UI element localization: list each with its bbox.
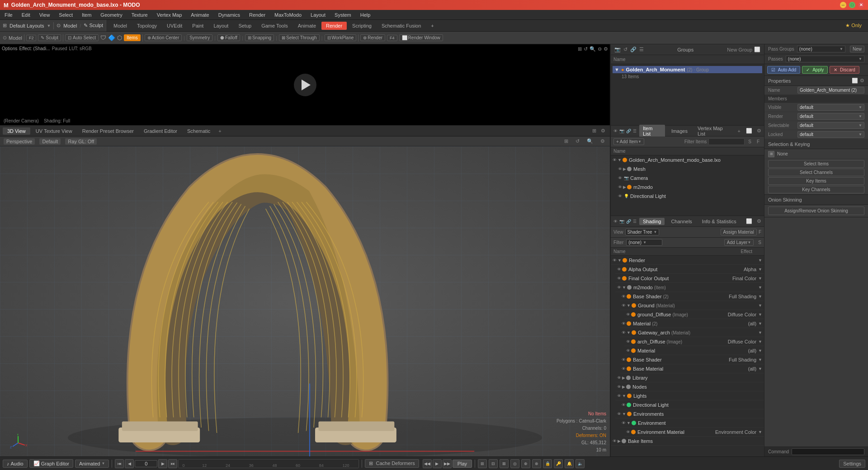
menu-help[interactable]: Help bbox=[359, 11, 373, 19]
extra-ctrl8[interactable]: 🔑 bbox=[554, 459, 563, 468]
workplane-btn[interactable]: ⊟ WorkPlane bbox=[325, 34, 357, 41]
library-expand-icon[interactable]: ▶ bbox=[622, 376, 625, 380]
tab-scripting[interactable]: Scripting bbox=[348, 22, 376, 30]
extra-ctrl3[interactable]: ⊠ bbox=[500, 459, 509, 468]
skip-start-btn[interactable]: ⏮ bbox=[115, 459, 124, 468]
tab-uv-texture-view[interactable]: UV Texture View bbox=[31, 127, 77, 135]
menu-dynamics[interactable]: Dynamics bbox=[217, 11, 242, 19]
list-item[interactable]: 👁 ▶ m2modo bbox=[616, 183, 764, 192]
tab-topology[interactable]: Topology bbox=[132, 22, 161, 30]
menu-layout[interactable]: Layout bbox=[309, 11, 327, 19]
assign-material-btn[interactable]: Assign Material bbox=[721, 229, 757, 235]
shader-item-alpha[interactable]: 👁 Alpha Output Alpha ▼ bbox=[615, 265, 764, 274]
lights-expand-icon[interactable]: ▼ bbox=[622, 394, 626, 398]
shader-item-nodes[interactable]: 👁 ▶ Nodes bbox=[615, 382, 764, 391]
key-channels-btn[interactable]: Key Channels bbox=[768, 186, 864, 193]
render-window-btn[interactable]: ⬜ Render Window bbox=[399, 34, 443, 41]
sk-checkbox[interactable]: ⊞ bbox=[768, 151, 774, 157]
tab-animate[interactable]: Animate bbox=[293, 22, 321, 30]
list-item[interactable]: 👁 ▼ Golden_Arch_Monument_modo_base.lxo bbox=[611, 155, 764, 164]
zoom-in-icon[interactable]: 🔍 bbox=[590, 46, 596, 52]
shader-item-environments[interactable]: 👁 ▼ Environments bbox=[615, 409, 764, 418]
shader-item-material3[interactable]: 👁 Material (all) ▼ bbox=[624, 346, 764, 355]
shader-item-base-shader[interactable]: 👁 Base Shader (2) Full Shading ▼ bbox=[620, 292, 764, 301]
shader-item-base-material[interactable]: 👁 Base Material (all) ▼ bbox=[620, 364, 764, 373]
zoom-out-icon[interactable]: ⊖ bbox=[598, 46, 602, 52]
tab-render[interactable]: Render bbox=[321, 22, 347, 30]
shader-item-dir-light[interactable]: 👁 Directional Light bbox=[620, 400, 764, 409]
expand-arrow-icon[interactable]: ▼ bbox=[618, 158, 622, 162]
list-item[interactable]: 👁 📷 Camera bbox=[616, 174, 764, 183]
tab-gradient-editor[interactable]: Gradient Editor bbox=[139, 127, 182, 135]
shader-expand-icon[interactable]: ▼ bbox=[618, 258, 622, 263]
render-dropdown[interactable]: default ▼ bbox=[797, 113, 864, 120]
snapping-btn[interactable]: ⊞ Snapping bbox=[245, 34, 274, 41]
select-items-btn[interactable]: Select Items bbox=[768, 160, 864, 168]
tab-images[interactable]: Images bbox=[668, 127, 691, 135]
tab-game-tools[interactable]: Game Tools bbox=[257, 22, 292, 30]
props-settings-icon[interactable]: ⚙ bbox=[860, 78, 864, 84]
frame-input[interactable] bbox=[135, 460, 157, 467]
menu-edit[interactable]: Edit bbox=[20, 11, 32, 19]
tab-channels[interactable]: Channels bbox=[667, 218, 695, 225]
refresh2-icon[interactable]: ↺ bbox=[623, 47, 627, 52]
tab-layout[interactable]: Layout bbox=[209, 22, 233, 30]
audio-btn[interactable]: ♪ Audio bbox=[3, 460, 28, 468]
items-btn[interactable]: Items bbox=[124, 34, 140, 41]
transport-play-btn[interactable]: ▶ bbox=[433, 459, 442, 468]
sculpt-btn[interactable]: ✎ Sculpt bbox=[84, 23, 103, 28]
menu-maxtomodo[interactable]: MaxToModo bbox=[273, 11, 303, 19]
add-item-btn[interactable]: + Add Item ▼ bbox=[613, 138, 644, 145]
groups-link-icon[interactable]: 🔗 bbox=[630, 47, 637, 52]
extra-ctrl10[interactable]: 🔈 bbox=[576, 459, 585, 468]
perspective-dropdown[interactable]: Perspective bbox=[4, 138, 35, 145]
tab-model[interactable]: Model bbox=[109, 22, 132, 30]
props-expand-icon[interactable]: ⬜ bbox=[852, 78, 858, 84]
tab-add[interactable]: + bbox=[426, 22, 438, 30]
items-expand-icon[interactable]: ⬜ bbox=[746, 128, 752, 134]
menu-item[interactable]: Item bbox=[80, 11, 93, 19]
prev-frame-btn[interactable]: ◀ bbox=[125, 459, 134, 468]
filter-items-input[interactable] bbox=[708, 138, 745, 145]
maximize-btn[interactable]: □ bbox=[849, 2, 855, 8]
extra-ctrl2[interactable]: ⊟ bbox=[489, 459, 498, 468]
viewport-settings-icon[interactable]: ⚙ bbox=[599, 128, 607, 134]
env2-expand-icon[interactable]: ▼ bbox=[627, 421, 631, 425]
extra-ctrl4[interactable]: ◎ bbox=[510, 459, 519, 468]
extra-ctrl6[interactable]: ⊗ bbox=[532, 459, 541, 468]
key-items-btn[interactable]: Key Items bbox=[768, 177, 864, 185]
add-layer-btn[interactable]: Add Layer ▼ bbox=[724, 239, 754, 246]
tab-paint[interactable]: Paint bbox=[188, 22, 208, 30]
items-settings-icon[interactable]: ⚙ bbox=[757, 128, 761, 134]
new-btn[interactable]: New bbox=[850, 46, 864, 52]
shader-item-bake-items[interactable]: 👁 ▶ Bake Items bbox=[611, 437, 764, 446]
play-main-btn[interactable]: Play bbox=[453, 460, 472, 468]
refresh-icon[interactable]: ↺ bbox=[584, 46, 588, 52]
auto-select-btn[interactable]: ⊡ Auto Select bbox=[65, 34, 99, 41]
auto-add-btn[interactable]: ☑ Auto Add bbox=[767, 66, 800, 74]
menu-system[interactable]: System bbox=[333, 11, 353, 19]
menu-animate[interactable]: Animate bbox=[189, 11, 211, 19]
expand-arrow4-icon[interactable]: ▶ bbox=[623, 185, 626, 189]
select-through-btn[interactable]: ⊠ Select Through bbox=[279, 34, 320, 41]
tab-render-preset-browser[interactable]: Render Preset Browser bbox=[78, 127, 138, 135]
menu-geometry[interactable]: Geometry bbox=[99, 11, 124, 19]
shader-item-environment[interactable]: 👁 ▼ Environment bbox=[620, 418, 764, 428]
discard-btn[interactable]: ✕ Discard bbox=[830, 66, 859, 74]
shader-item-ground-diffuse[interactable]: 👁 ground_Diffuse (Image) Diffuse Color ▼ bbox=[624, 310, 764, 319]
select-channels-btn[interactable]: Select Channels bbox=[768, 169, 864, 176]
shader-item-final-color[interactable]: 👁 Final Color Output Final Color ▼ bbox=[615, 274, 764, 283]
assign-remove-onion-btn[interactable]: Assign/Remove Onion Skinning bbox=[768, 207, 864, 215]
command-input[interactable] bbox=[792, 448, 864, 455]
options-btn[interactable]: Options bbox=[2, 46, 17, 51]
tab-vertex-map-list[interactable]: Vertex Map List bbox=[694, 125, 735, 137]
shader-item-m2modo[interactable]: 👁 ▼ m2modo (Item) ▼ bbox=[615, 283, 764, 292]
shader-item-material2[interactable]: 👁 Material (2) (all) ▼ bbox=[620, 319, 764, 328]
shield1-icon[interactable]: 🛡 bbox=[100, 34, 106, 41]
nodes-expand-icon[interactable]: ▶ bbox=[622, 385, 625, 389]
transport-prev-btn[interactable]: ◀◀ bbox=[423, 459, 432, 468]
effect-dropdown[interactable]: Effect: (Shadi... bbox=[19, 46, 50, 51]
shader-item-arch-diffuse[interactable]: 👁 arch_Diffuse (Image) Diffuse Color ▼ bbox=[624, 337, 764, 346]
next-frame-btn[interactable]: ▶ bbox=[158, 459, 167, 468]
tab-add-btn[interactable]: + bbox=[216, 127, 224, 135]
